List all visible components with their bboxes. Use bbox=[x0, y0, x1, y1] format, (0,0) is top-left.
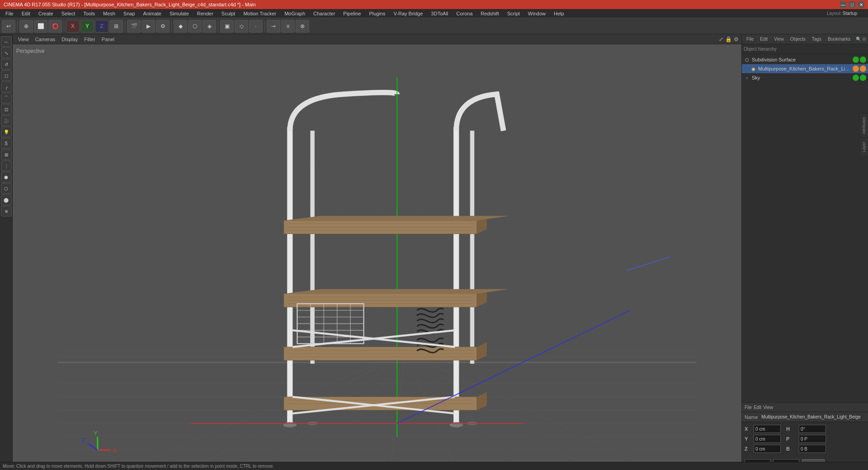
menu-motion-tracker[interactable]: Motion Tracker bbox=[240, 10, 280, 17]
object-mode-button[interactable]: ⬡ bbox=[188, 20, 202, 33]
layer-tab[interactable]: Layer bbox=[861, 138, 868, 156]
live-select-button[interactable]: ⊕ bbox=[19, 20, 33, 33]
point-button[interactable]: · bbox=[249, 20, 263, 33]
coord-y-pos-input[interactable] bbox=[754, 435, 781, 443]
obj-render-btn-2[interactable] bbox=[860, 66, 866, 72]
undo-button[interactable]: ↩ bbox=[2, 20, 15, 33]
menu-mograph[interactable]: MoGraph bbox=[281, 10, 309, 17]
menu-3dtoall[interactable]: 3DToAll bbox=[427, 10, 452, 17]
menu-plugins[interactable]: Plugins bbox=[365, 10, 389, 17]
menu-mesh[interactable]: Mesh bbox=[99, 10, 119, 17]
rp-edit-tab[interactable]: Edit bbox=[754, 405, 761, 410]
y-axis-button[interactable]: Y bbox=[80, 20, 94, 33]
rp-view-tab[interactable]: View bbox=[763, 405, 773, 410]
vp-lock-icon[interactable]: 🔒 bbox=[725, 36, 732, 42]
world-axis-button[interactable]: ⊞ bbox=[109, 20, 123, 33]
rp-tab-tags[interactable]: Tags bbox=[809, 36, 824, 42]
sidebar-light-tool[interactable]: 💡 bbox=[1, 127, 12, 137]
menu-sculpt[interactable]: Sculpt bbox=[218, 10, 239, 17]
rp-search-icon[interactable]: 🔍 bbox=[856, 37, 861, 42]
sidebar-nurbs-tool[interactable]: ⌒ bbox=[1, 93, 12, 103]
lasso-select-button[interactable]: ⭕ bbox=[48, 20, 62, 33]
render-settings-button[interactable]: ⚙ bbox=[156, 20, 170, 33]
menu-pipeline[interactable]: Pipeline bbox=[340, 10, 364, 17]
menu-simulate[interactable]: Simulate bbox=[166, 10, 193, 17]
render-button[interactable]: ▶ bbox=[142, 20, 155, 33]
rp-file-tab[interactable]: File bbox=[745, 405, 752, 410]
vp-panel-menu[interactable]: Panel bbox=[99, 37, 117, 42]
coord-x-rot-input[interactable] bbox=[799, 425, 826, 433]
quantize-button[interactable]: ≡ bbox=[281, 20, 295, 33]
close-button[interactable]: ✕ bbox=[858, 1, 864, 8]
maximize-button[interactable]: □ bbox=[849, 1, 855, 8]
obj-sky[interactable]: ○ Sky bbox=[742, 73, 868, 82]
sidebar-s-tool[interactable]: S bbox=[1, 138, 12, 149]
sidebar-fx-tool[interactable]: ※ bbox=[1, 206, 12, 216]
model-mode-button[interactable]: ◆ bbox=[174, 20, 187, 33]
obj-render-btn-1[interactable] bbox=[860, 56, 866, 63]
sidebar-spline-tool[interactable]: ╭ bbox=[1, 81, 12, 92]
rp-tab-bookmarks[interactable]: Bookmarks bbox=[825, 36, 853, 42]
vp-expand-icon[interactable]: ⤢ bbox=[719, 36, 723, 42]
menu-render[interactable]: Render bbox=[193, 10, 217, 17]
coord-z-rot-input[interactable] bbox=[799, 445, 826, 453]
sidebar-sculpt-tool[interactable]: ⬤ bbox=[1, 194, 12, 205]
vp-settings-icon[interactable]: ⚙ bbox=[734, 36, 739, 42]
menu-tools[interactable]: Tools bbox=[80, 10, 99, 17]
menu-window[interactable]: Window bbox=[524, 10, 549, 17]
obj-visibility-btn-2[interactable] bbox=[853, 66, 859, 72]
sidebar-generator-tool[interactable]: ⊞ bbox=[1, 149, 12, 160]
texture-mode-button[interactable]: ◈ bbox=[203, 20, 216, 33]
sidebar-array-tool[interactable]: ⋮ bbox=[1, 160, 12, 171]
menu-edit[interactable]: Edit bbox=[18, 10, 34, 17]
menu-help[interactable]: Help bbox=[550, 10, 568, 17]
z-axis-button[interactable]: Z bbox=[95, 20, 108, 33]
menu-script[interactable]: Script bbox=[504, 10, 524, 17]
rect-select-button[interactable]: ⬜ bbox=[34, 20, 47, 33]
menu-corona[interactable]: Corona bbox=[453, 10, 476, 17]
vp-cameras-menu[interactable]: Cameras bbox=[33, 37, 58, 42]
menu-select[interactable]: Select bbox=[58, 10, 79, 17]
rp-settings-icon[interactable]: ⚙ bbox=[862, 37, 866, 42]
menu-snap[interactable]: Snap bbox=[120, 10, 139, 17]
rp-tab-view[interactable]: View bbox=[771, 36, 787, 42]
obj-subdivision-surface[interactable]: ⬡ Subdivision Surface bbox=[742, 55, 868, 64]
render-region-button[interactable]: 🎬 bbox=[127, 20, 141, 33]
rp-tab-file[interactable]: File bbox=[744, 36, 756, 42]
menu-create[interactable]: Create bbox=[35, 10, 57, 17]
sidebar-deform-tool[interactable]: ⊡ bbox=[1, 104, 12, 115]
obj-visibility-btn-1[interactable] bbox=[853, 56, 859, 63]
viewport-canvas[interactable]: Perspective bbox=[13, 44, 741, 470]
edge-button[interactable]: ◇ bbox=[235, 20, 248, 33]
attributes-tab[interactable]: Attributes bbox=[861, 113, 868, 138]
obj-render-btn-3[interactable] bbox=[860, 75, 866, 81]
snap-button[interactable]: ⊸ bbox=[267, 20, 280, 33]
sidebar-scale-tool[interactable]: ⤡ bbox=[1, 47, 12, 58]
menu-character[interactable]: Character bbox=[310, 10, 339, 17]
coord-z-pos-input[interactable] bbox=[754, 445, 781, 453]
rp-tab-objects[interactable]: Objects bbox=[788, 36, 808, 42]
polygon-button[interactable]: ▣ bbox=[220, 20, 234, 33]
coord-y-rot-input[interactable] bbox=[799, 435, 826, 443]
sidebar-field-tool[interactable]: ⬢ bbox=[1, 172, 12, 183]
obj-multipurpose-kitchen[interactable]: ◉ Multipurpose_Kitchen_Bakers_Rack_Light… bbox=[742, 64, 868, 73]
menu-redshift[interactable]: Redshift bbox=[477, 10, 502, 17]
vp-display-menu[interactable]: Display bbox=[59, 37, 80, 42]
vp-filter-menu[interactable]: Filter bbox=[81, 37, 98, 42]
menu-file[interactable]: File bbox=[2, 10, 17, 17]
options-button[interactable]: ⊗ bbox=[296, 20, 309, 33]
menu-vray[interactable]: V-Ray Bridge bbox=[390, 10, 427, 17]
sidebar-rotate-tool[interactable]: ↺ bbox=[1, 59, 12, 70]
obj-visibility-btn-3[interactable] bbox=[853, 75, 859, 81]
rp-tab-edit[interactable]: Edit bbox=[757, 36, 770, 42]
sidebar-weight-tool[interactable]: ⬡ bbox=[1, 183, 12, 194]
coord-x-pos-input[interactable] bbox=[754, 425, 781, 433]
sidebar-select-tool[interactable]: ◻ bbox=[1, 70, 12, 81]
menu-animate[interactable]: Animate bbox=[140, 10, 165, 17]
sidebar-move-tool[interactable]: ↔ bbox=[1, 36, 12, 47]
vp-view-menu[interactable]: View bbox=[15, 37, 32, 42]
layout-value[interactable]: Startup bbox=[843, 11, 857, 16]
sidebar-camera-tool[interactable]: 🎥 bbox=[1, 115, 12, 126]
x-axis-button[interactable]: X bbox=[66, 20, 80, 33]
minimize-button[interactable]: — bbox=[840, 1, 846, 8]
